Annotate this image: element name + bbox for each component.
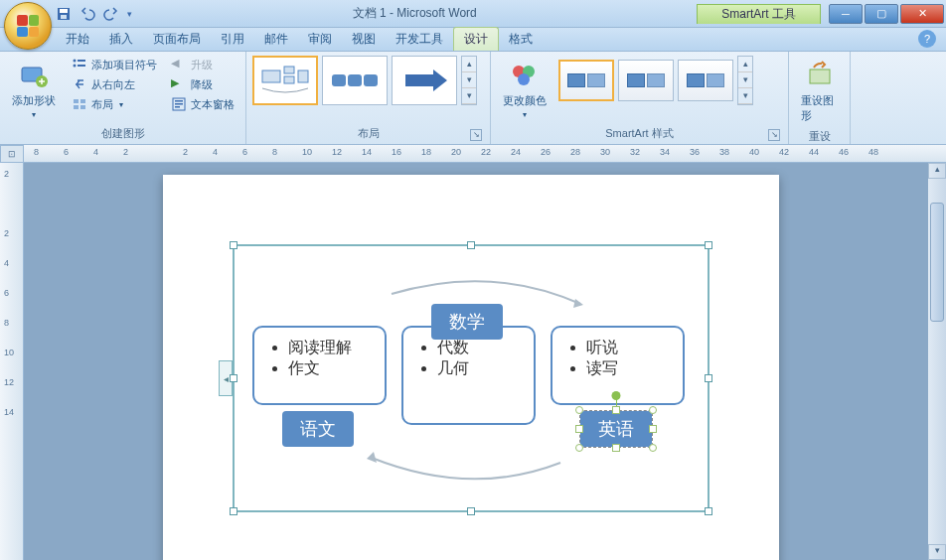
- ribbon-tabs: 开始 插入 页面布局 引用 邮件 审阅 视图 开发工具 设计 格式 ?: [0, 28, 946, 52]
- sel-handle-n[interactable]: [612, 406, 620, 414]
- svg-rect-8: [78, 65, 85, 67]
- layout-option-2[interactable]: [322, 56, 388, 105]
- smartart-box-1[interactable]: 阅读理解 作文: [252, 326, 387, 405]
- layout-dropdown-button[interactable]: 布局▾: [68, 95, 161, 113]
- smartart-title-2[interactable]: 数学: [431, 304, 503, 340]
- sel-handle-s[interactable]: [612, 444, 620, 452]
- svg-rect-19: [284, 76, 294, 83]
- style-launcher-icon[interactable]: ↘: [768, 129, 780, 141]
- sel-handle-w[interactable]: [575, 425, 583, 433]
- tab-page-layout[interactable]: 页面布局: [143, 28, 211, 51]
- group-reset: 重设图形 重设: [789, 52, 851, 144]
- change-colors-icon: [509, 60, 541, 91]
- frame-handle-w[interactable]: [230, 374, 237, 382]
- box2-item-2: 几何: [437, 358, 520, 379]
- ruler-corner[interactable]: ⊡: [0, 145, 24, 163]
- minimize-button[interactable]: ─: [829, 4, 863, 24]
- demote-button[interactable]: ▶降级: [167, 75, 238, 93]
- frame-handle-nw[interactable]: [230, 241, 237, 249]
- scroll-thumb[interactable]: [930, 203, 944, 322]
- add-bullet-button[interactable]: 添加项目符号: [68, 56, 161, 73]
- reset-label: 重设图形: [801, 93, 838, 123]
- ribbon: 添加形状 ▾ 添加项目符号 从右向左 布局▾ ◀升级 ▶降级 文本窗格 创建图形…: [0, 52, 946, 145]
- box1-item-1: 阅读理解: [288, 338, 371, 358]
- layout-option-3[interactable]: [392, 56, 457, 105]
- style-option-3[interactable]: [678, 60, 733, 101]
- svg-rect-20: [298, 70, 308, 82]
- box2-item-1: 代数: [437, 338, 520, 358]
- style-gallery-scroll[interactable]: ▴▾▾: [737, 56, 753, 105]
- sel-handle-nw[interactable]: [575, 406, 583, 414]
- tab-references[interactable]: 引用: [211, 28, 254, 51]
- text-pane-button[interactable]: 文本窗格: [167, 95, 238, 113]
- rotate-handle[interactable]: [612, 391, 621, 400]
- svg-rect-1: [60, 9, 68, 13]
- tab-mailings[interactable]: 邮件: [254, 28, 298, 51]
- quick-access-toolbar: ▾: [56, 6, 132, 22]
- svg-rect-15: [175, 103, 183, 105]
- change-colors-button[interactable]: 更改颜色 ▾: [497, 56, 552, 123]
- frame-handle-s[interactable]: [467, 507, 475, 515]
- svg-point-7: [74, 65, 77, 68]
- scroll-up-icon[interactable]: ▴: [928, 163, 946, 179]
- close-button[interactable]: ✕: [900, 4, 944, 24]
- style-option-1[interactable]: [558, 60, 614, 101]
- svg-rect-6: [78, 60, 85, 62]
- change-colors-label: 更改颜色: [503, 93, 547, 108]
- smartart-box-2[interactable]: 代数 几何: [401, 326, 536, 425]
- tab-developer[interactable]: 开发工具: [386, 28, 453, 51]
- window-title: 文档 1 - Microsoft Word: [132, 5, 697, 22]
- svg-rect-16: [175, 106, 180, 108]
- promote-button: ◀升级: [167, 56, 238, 73]
- frame-handle-n[interactable]: [467, 241, 475, 249]
- svg-point-5: [74, 60, 77, 63]
- scroll-down-icon[interactable]: ▾: [928, 544, 946, 560]
- horizontal-ruler[interactable]: 8642246810121416182022242628303234363840…: [24, 145, 946, 163]
- maximize-button[interactable]: ▢: [865, 4, 898, 24]
- frame-handle-sw[interactable]: [230, 507, 237, 515]
- sel-handle-ne[interactable]: [649, 406, 657, 414]
- contextual-tab-label: SmartArt 工具: [697, 4, 821, 24]
- frame-handle-e[interactable]: [705, 374, 712, 382]
- save-icon[interactable]: [56, 6, 72, 22]
- reset-icon: [804, 60, 836, 91]
- sel-handle-sw[interactable]: [575, 444, 583, 452]
- box3-item-2: 读写: [586, 358, 669, 379]
- reset-graphic-button[interactable]: 重设图形: [795, 56, 844, 127]
- group-create-graphic: 添加形状 ▾ 添加项目符号 从右向左 布局▾ ◀升级 ▶降级 文本窗格 创建图形: [0, 52, 246, 144]
- help-icon[interactable]: ?: [918, 30, 936, 48]
- svg-rect-18: [284, 67, 294, 73]
- redo-icon[interactable]: [103, 6, 119, 22]
- smartart-title-1[interactable]: 语文: [282, 411, 354, 447]
- document-area[interactable]: ◂ 阅读理解 作文: [24, 163, 928, 560]
- frame-handle-se[interactable]: [705, 507, 712, 515]
- tab-review[interactable]: 审阅: [298, 28, 342, 51]
- text-pane-icon: [171, 96, 187, 112]
- demote-icon: ▶: [171, 76, 187, 92]
- add-shape-label: 添加形状: [12, 93, 56, 108]
- vertical-ruler[interactable]: 22468101214: [0, 163, 24, 560]
- smartart-frame[interactable]: ◂ 阅读理解 作文: [233, 244, 710, 512]
- undo-icon[interactable]: [79, 6, 95, 22]
- layout-launcher-icon[interactable]: ↘: [470, 129, 482, 141]
- style-option-2[interactable]: [618, 60, 674, 101]
- add-shape-button[interactable]: 添加形状 ▾: [6, 56, 62, 123]
- svg-rect-12: [80, 105, 85, 109]
- frame-handle-ne[interactable]: [705, 241, 712, 249]
- tab-view[interactable]: 视图: [342, 28, 386, 51]
- rtl-button[interactable]: 从右向左: [68, 75, 161, 93]
- svg-rect-2: [61, 15, 67, 19]
- layout-option-1[interactable]: [252, 56, 318, 105]
- vertical-scrollbar[interactable]: ▴ ▾: [928, 163, 946, 560]
- tab-design[interactable]: 设计: [453, 27, 499, 51]
- add-shape-icon: [18, 60, 50, 91]
- box3-item-1: 听说: [586, 338, 669, 358]
- tab-format[interactable]: 格式: [499, 28, 543, 51]
- layout-gallery-scroll[interactable]: ▴▾▾: [461, 56, 477, 105]
- office-button[interactable]: [4, 2, 52, 50]
- tab-insert[interactable]: 插入: [99, 28, 143, 51]
- tab-home[interactable]: 开始: [56, 28, 99, 51]
- sel-handle-se[interactable]: [649, 444, 657, 452]
- smartart-title-3[interactable]: 英语: [580, 411, 652, 447]
- sel-handle-e[interactable]: [649, 425, 657, 433]
